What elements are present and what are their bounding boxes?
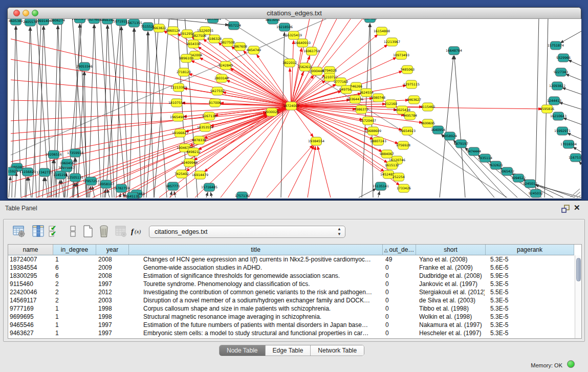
graph-node[interactable]: 9245032 — [529, 189, 543, 198]
cell-out_de-row2[interactable]: 0 — [385, 264, 415, 272]
graph-node[interactable]: 9329966 — [556, 54, 571, 62]
graph-node[interactable]: 1645135 — [125, 192, 140, 199]
graph-node[interactable]: 5958924 — [443, 132, 457, 140]
cell-short-row4[interactable]: Jankovic et al. (1997) — [419, 280, 485, 288]
window-titlebar[interactable]: citations_edges.txt — [8, 8, 581, 19]
graph-node-selected[interactable]: 1080748 — [371, 94, 385, 102]
graph-node[interactable]: 20691406 — [35, 19, 52, 25]
column-header-pagerank[interactable]: pagerank — [486, 245, 574, 255]
graph-node-selected[interactable]: 1990448 — [310, 67, 324, 75]
graph-node[interactable]: 7857224 — [227, 21, 241, 30]
cell-short-row1[interactable]: Yano et al. (2008) — [419, 255, 485, 264]
graph-node-selected[interactable]: 9427552 — [210, 87, 225, 95]
cell-out_de-row3[interactable]: 0 — [385, 272, 415, 280]
cell-title-row3[interactable]: Estimation of significance thresholds fo… — [143, 272, 382, 280]
cell-name-row8[interactable]: 9699695 — [10, 313, 52, 321]
cell-in_degree-row9[interactable]: 1 — [55, 321, 95, 329]
tab-edge-table[interactable]: Edge Table — [266, 345, 311, 356]
cell-year-row4[interactable]: 1997 — [98, 280, 128, 288]
cell-pagerank-row9[interactable]: 5.3E-5 — [490, 321, 573, 329]
cell-in_degree-row7[interactable]: 1 — [55, 304, 95, 313]
graph-node-selected[interactable]: 1733426 — [397, 184, 411, 192]
graph-node-selected[interactable]: 10688609 — [365, 127, 381, 135]
graph-node-selected[interactable]: 8454749 — [247, 46, 261, 54]
cell-name-row10[interactable]: 9463627 — [10, 329, 52, 337]
cell-name-row6[interactable]: 14569117 — [10, 296, 52, 304]
column-header-year[interactable]: year — [96, 245, 129, 255]
graph-node-selected[interactable]: 2803144 — [214, 74, 229, 82]
graph-node-selected[interactable]: 16154808 — [374, 27, 390, 35]
graph-node-selected[interactable]: 16654923 — [399, 127, 416, 135]
graph-node[interactable]: 6466162 — [100, 19, 115, 24]
column-header-out_de[interactable]: △out_de… — [383, 245, 416, 255]
row-height-icon[interactable] — [66, 224, 80, 238]
graph-node[interactable]: 8605381 — [9, 19, 23, 25]
cell-name-row3[interactable]: 18300295 — [10, 272, 52, 280]
table-selector-dropdown[interactable]: citations_edges.txt ▲▼ — [149, 226, 345, 238]
cell-pagerank-row1[interactable]: 5.3E-5 — [490, 255, 573, 264]
cell-out_de-row6[interactable]: 0 — [385, 296, 415, 304]
graph-node-selected[interactable]: 12213967 — [384, 38, 400, 46]
graph-node-selected[interactable]: 212160 — [385, 100, 397, 108]
cell-in_degree-row8[interactable]: 1 — [55, 313, 95, 321]
column-header-short[interactable]: short — [416, 245, 486, 255]
graph-node[interactable]: 29053346 — [76, 62, 93, 71]
graph-node-selected[interactable]: 20364436 — [347, 95, 363, 103]
graph-node-selected[interactable]: 9827506 — [192, 32, 206, 40]
cell-year-row2[interactable]: 2009 — [98, 264, 128, 272]
graph-node-selected[interactable]: 15325419 — [286, 31, 302, 39]
cell-out_de-row10[interactable]: 0 — [385, 329, 415, 337]
cell-title-row8[interactable]: Structural magnetic resonance image aver… — [143, 313, 382, 321]
graph-node[interactable]: 16210643 — [550, 112, 567, 120]
cell-out_de-row4[interactable]: 0 — [385, 280, 415, 288]
cell-year-row10[interactable]: 1997 — [98, 329, 128, 337]
cell-title-row10[interactable]: Embryonic stem cells: a model to study s… — [143, 329, 382, 337]
graph-node[interactable]: 1094522 — [511, 174, 526, 182]
graph-node-selected[interactable]: 16961758 — [303, 47, 320, 55]
graph-node-selected[interactable]: 9756928 — [396, 141, 410, 149]
cell-pagerank-row5[interactable]: 5.5E-5 — [490, 288, 573, 296]
graph-node-selected[interactable]: 19384554 — [308, 137, 324, 145]
graph-node[interactable]: 20206516 — [46, 150, 62, 159]
network-view-window[interactable]: citations_edges.txt 86053812405572206914… — [7, 7, 581, 199]
cell-short-row7[interactable]: Tibbo et al. (1998) — [419, 304, 485, 313]
graph-node-selected[interactable]: 9267130 — [202, 112, 216, 120]
graph-node[interactable]: 7632621 — [489, 161, 503, 169]
tab-network-table[interactable]: Network Table — [311, 345, 364, 356]
graph-node-selected[interactable]: 8878334 — [192, 136, 206, 144]
cell-pagerank-row2[interactable]: 5.6E-5 — [490, 264, 573, 272]
graph-node[interactable]: 6879197 — [454, 140, 468, 148]
cell-short-row6[interactable]: de Silva et al. (2003) — [419, 296, 485, 304]
cell-out_de-row5[interactable]: 0 — [385, 288, 415, 296]
cell-name-row7[interactable]: 9777169 — [10, 304, 52, 313]
cell-pagerank-row3[interactable]: 5.9E-5 — [490, 272, 573, 280]
cell-short-row5[interactable]: Stergiakouli et al. (2012) — [419, 288, 485, 296]
cell-year-row9[interactable]: 1997 — [98, 321, 128, 329]
graph-node[interactable]: 1527602 — [87, 19, 101, 24]
cell-in_degree-row1[interactable]: 1 — [55, 255, 95, 264]
column-header-title[interactable]: title — [129, 245, 383, 255]
graph-node[interactable]: 15992971 — [554, 127, 571, 135]
cell-in_degree-row10[interactable]: 1 — [55, 329, 95, 337]
float-panel-icon[interactable] — [561, 205, 571, 213]
graph-node[interactable]: 9806274 — [51, 19, 65, 25]
cell-short-row9[interactable]: Nakamura et al. (1997) — [419, 321, 485, 329]
graph-node-selected[interactable]: 9884067 — [380, 150, 394, 158]
graph-node-selected[interactable]: 9860124 — [166, 27, 180, 35]
cell-name-row1[interactable]: 18724007 — [10, 255, 52, 264]
graph-node[interactable]: 8813054 — [266, 19, 280, 24]
graph-node[interactable]: 1244413 — [547, 97, 561, 105]
delete-table-icon[interactable] — [97, 224, 111, 238]
graph-node[interactable]: 16648784 — [446, 47, 462, 55]
graph-node[interactable]: 19218506 — [276, 23, 293, 31]
cell-year-row1[interactable]: 2008 — [98, 255, 128, 264]
graph-node[interactable]: 1167533 — [569, 154, 581, 162]
cell-pagerank-row6[interactable]: 5.3E-5 — [490, 296, 573, 304]
cell-title-row5[interactable]: Investigating the contribution of common… — [143, 288, 382, 296]
cell-title-row7[interactable]: Corpus callosum shape and size in male p… — [143, 304, 382, 313]
cell-in_degree-row2[interactable]: 6 — [55, 264, 95, 272]
scrollbar-thumb[interactable] — [576, 258, 581, 281]
column-header-in_degree[interactable]: in_degree — [53, 245, 96, 255]
cell-title-row4[interactable]: Tourette syndrome. Phenomenology and cla… — [143, 280, 382, 288]
cell-name-row9[interactable]: 9465546 — [10, 321, 52, 329]
